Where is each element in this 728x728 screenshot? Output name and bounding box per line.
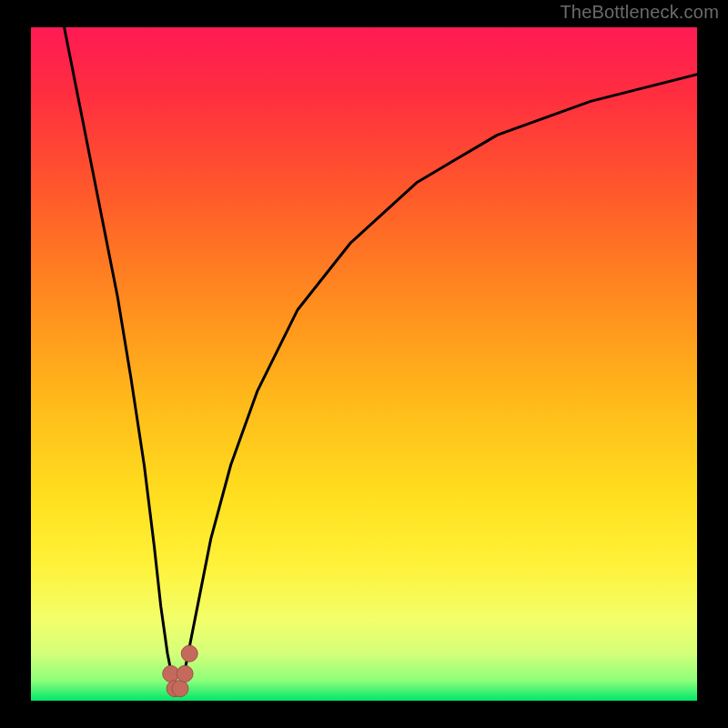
marker-min-mid-r (172, 681, 188, 697)
chart-plot-area (31, 27, 697, 701)
chart-outer-frame: TheBottleneck.com (0, 0, 728, 728)
gradient-background (31, 27, 697, 701)
marker-min-upper (181, 645, 197, 662)
marker-min-right (177, 665, 193, 682)
watermark-text: TheBottleneck.com (560, 2, 719, 23)
chart-svg (31, 27, 697, 701)
